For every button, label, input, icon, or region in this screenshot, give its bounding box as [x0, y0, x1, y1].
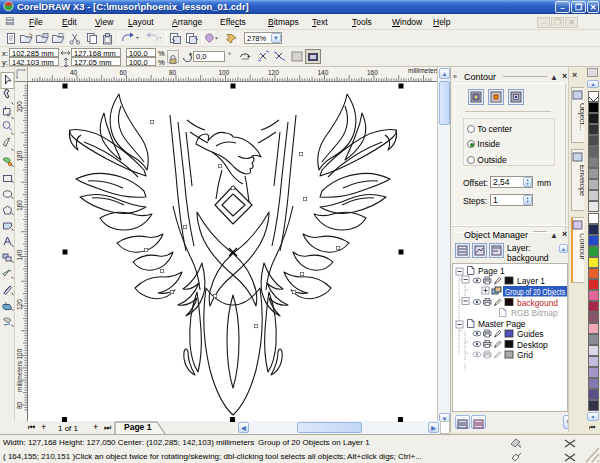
svg-text:Desktop: Desktop	[517, 340, 548, 350]
svg-text:Guides: Guides	[517, 329, 544, 339]
svg-text:Page 1: Page 1	[478, 266, 505, 276]
svg-text:200: 200	[16, 101, 23, 112]
svg-text:Group of 20 Objects: Group of 20 Objects	[505, 287, 565, 297]
svg-text:120: 120	[268, 69, 279, 76]
svg-text:100: 100	[219, 69, 230, 76]
svg-text:160: 160	[367, 69, 378, 76]
svg-text:60: 60	[120, 69, 128, 76]
svg-text:millimeters: millimeters	[408, 67, 437, 74]
svg-text:millimeters: millimeters	[16, 360, 23, 392]
svg-text:140: 140	[318, 69, 329, 76]
svg-text:100: 100	[16, 348, 23, 359]
svg-text:Master Page: Master Page	[478, 319, 526, 329]
svg-text:120: 120	[16, 299, 23, 310]
svg-text:180: 180	[16, 150, 23, 161]
svg-text:backgound: backgound	[517, 298, 558, 308]
svg-text:80: 80	[169, 69, 177, 76]
svg-text:80: 80	[16, 401, 23, 409]
svg-text:160: 160	[16, 200, 23, 211]
svg-text:Grid: Grid	[517, 350, 533, 360]
svg-text:Layer 1: Layer 1	[517, 276, 545, 286]
svg-text:40: 40	[70, 69, 78, 76]
svg-text:RGB Bitmap: RGB Bitmap	[511, 308, 558, 318]
svg-text:140: 140	[16, 249, 23, 260]
